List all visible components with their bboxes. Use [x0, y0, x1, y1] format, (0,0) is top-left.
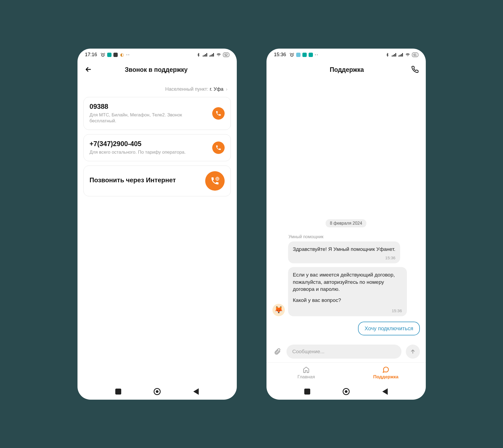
- svg-rect-12: [393, 55, 394, 56]
- nav-home-button[interactable]: [154, 388, 161, 395]
- status-more-icon: ··: [315, 52, 319, 58]
- phone-card-city-number[interactable]: +7(347)2900-405 Для всего остального. По…: [83, 134, 231, 161]
- status-more-icon: ··: [126, 52, 130, 58]
- status-bar: 15:36 ·· 61: [266, 49, 426, 61]
- nav-back-button[interactable]: [382, 388, 388, 395]
- app-header: Поддержка: [266, 61, 426, 79]
- status-time: 15:36: [274, 52, 286, 58]
- svg-rect-4: [207, 53, 207, 56]
- input-placeholder: Сообщение...: [292, 349, 325, 355]
- signal-icon: [392, 52, 397, 57]
- message-text: Здравствуйте! Я Умный помощник Уфанет.: [293, 246, 396, 253]
- android-nav-bar: [77, 383, 237, 400]
- sender-label: Умный помощник: [289, 234, 420, 239]
- card-subtitle: Для МТС, Билайн, Мегафон, Теле2. Звонок …: [90, 112, 208, 124]
- tab-support[interactable]: Поддержка: [346, 363, 426, 383]
- signal-icon: [210, 52, 214, 57]
- phone-card-internet-call[interactable]: Позвонить через Интернет: [83, 166, 231, 196]
- message-text: Какой у вас вопрос?: [293, 297, 402, 304]
- tab-home[interactable]: Главная: [266, 363, 346, 383]
- message-row: Здравствуйте! Я Умный помощник Уфанет. 1…: [272, 241, 420, 264]
- chat-content: 8 февраля 2024 Умный помощник Здравствуй…: [266, 79, 426, 383]
- app-indicator-icon: [113, 53, 118, 57]
- send-button[interactable]: [406, 345, 420, 359]
- bot-avatar: 🦊: [272, 304, 285, 316]
- message-time: 15:36: [293, 308, 402, 314]
- location-label: Населенный пункт:: [165, 86, 208, 92]
- phone-card-short-number[interactable]: 09388 Для МТС, Билайн, Мегафон, Теле2. З…: [83, 97, 231, 130]
- card-subtitle: Для всего остального. По тарифу оператор…: [90, 149, 208, 156]
- svg-rect-3: [205, 54, 206, 56]
- internet-call-button[interactable]: [205, 171, 225, 191]
- svg-rect-8: [213, 53, 214, 56]
- message-time: 15:36: [293, 255, 396, 261]
- phone-screen-support-chat: 15:36 ·· 61 Поддер: [266, 49, 426, 400]
- svg-rect-5: [210, 55, 210, 56]
- back-button[interactable]: [85, 66, 92, 74]
- bluetooth-icon: [385, 52, 390, 57]
- status-bar: 17:16 ◐ ·· 52: [77, 49, 237, 61]
- nav-recent-button[interactable]: [115, 389, 121, 395]
- wifi-icon: [405, 52, 410, 57]
- battery-icon: 52: [223, 53, 229, 57]
- app-indicator-icon: [302, 53, 307, 57]
- signal-icon: [203, 52, 208, 57]
- app-indicator-icon: ◐: [120, 52, 124, 57]
- battery-icon: 61: [412, 53, 418, 57]
- call-support-button[interactable]: [411, 66, 419, 74]
- content-area: Населенный пункт: г. Уфа › 09388 Для МТС…: [77, 79, 237, 383]
- card-title: +7(347)2900-405: [90, 140, 208, 148]
- attach-button[interactable]: [272, 347, 282, 356]
- chevron-right-icon: ›: [226, 86, 228, 92]
- chat-scroll[interactable]: 8 февраля 2024 Умный помощник Здравствуй…: [266, 79, 426, 341]
- status-time: 17:16: [85, 52, 97, 58]
- wifi-icon: [216, 52, 221, 57]
- svg-rect-18: [402, 53, 403, 56]
- bluetooth-icon: [196, 52, 201, 57]
- svg-rect-11: [392, 55, 393, 56]
- bottom-tabs: Главная Поддержка: [266, 362, 426, 383]
- app-indicator-icon: [309, 53, 313, 57]
- nav-back-button[interactable]: [193, 388, 199, 395]
- page-title: Поддержка: [288, 66, 406, 73]
- page-title: Звонок в поддержку: [97, 66, 215, 73]
- android-nav-bar: [266, 383, 426, 400]
- svg-rect-17: [401, 54, 402, 56]
- message-bubble: Здравствуйте! Я Умный помощник Уфанет. 1…: [288, 241, 400, 264]
- svg-rect-15: [399, 55, 399, 56]
- card-title: 09388: [90, 103, 208, 110]
- call-button[interactable]: [212, 142, 225, 154]
- svg-rect-14: [396, 53, 396, 56]
- svg-rect-6: [211, 55, 212, 56]
- message-row: 🦊 Если у вас имеется действующий договор…: [272, 267, 420, 316]
- phone-screen-call-support: 17:16 ◐ ·· 52: [77, 49, 237, 400]
- call-button[interactable]: [212, 107, 225, 120]
- alarm-icon: [100, 52, 105, 57]
- location-city: г. Уфа: [210, 86, 224, 92]
- signal-icon: [399, 52, 403, 57]
- svg-rect-13: [394, 54, 395, 56]
- quick-reply-button[interactable]: Хочу подключиться: [358, 322, 420, 335]
- app-header: Звонок в поддержку: [77, 61, 237, 79]
- tab-label: Поддержка: [373, 374, 399, 380]
- message-input[interactable]: Сообщение...: [286, 345, 401, 359]
- app-indicator-icon: [107, 53, 112, 57]
- alarm-icon: [289, 52, 294, 57]
- nav-recent-button[interactable]: [304, 389, 310, 395]
- chat-input-row: Сообщение...: [266, 341, 426, 362]
- app-indicator-icon: [296, 53, 301, 57]
- svg-rect-2: [204, 55, 205, 56]
- location-selector[interactable]: Населенный пункт: г. Уфа ›: [77, 79, 237, 97]
- svg-rect-7: [212, 54, 213, 56]
- svg-rect-1: [203, 55, 204, 56]
- date-chip: 8 февраля 2024: [326, 219, 367, 227]
- message-bubble: Если у вас имеется действующий договор, …: [288, 267, 407, 316]
- nav-home-button[interactable]: [343, 388, 350, 395]
- card-title: Позвонить через Интернет: [90, 176, 201, 184]
- svg-rect-16: [400, 55, 401, 56]
- tab-label: Главная: [298, 374, 315, 380]
- message-text: Если у вас имеется действующий договор, …: [293, 271, 402, 293]
